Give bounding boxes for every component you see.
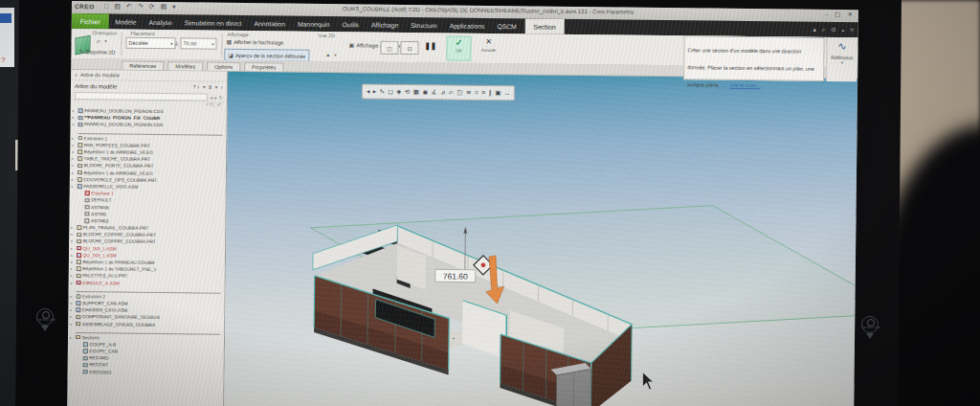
expand-arrow-icon[interactable]: ▸ [72,170,76,175]
tree-tool-icon[interactable]: T⇂ [193,83,200,90]
quick-access-icon[interactable]: ⟳ [149,3,155,11]
warning-dropdown[interactable]: ▲▾ [325,52,336,57]
graphics-tool-icon[interactable]: ◈ [396,85,401,99]
graphics-tool-icon[interactable]: ≡ [481,86,485,100]
placement-type-dropdown[interactable]: Décalée▾ [125,37,175,50]
section-toggle-icon[interactable]: ⊡ [400,41,418,55]
expand-arrow-icon[interactable]: ▸ [71,225,75,230]
graphics-tool-icon[interactable]: ◻ [388,85,393,99]
tree-tool-icon[interactable]: ▾ [203,84,206,91]
quick-access-icon[interactable]: ▾ [172,3,176,11]
quick-access-icon[interactable]: ▨ [114,3,121,11]
expand-arrow-icon[interactable]: ▸ [71,253,75,258]
graphics-tool-icon[interactable]: ▣ [495,86,501,100]
ribbon-tab[interactable]: Applications [443,17,491,34]
ribbon-tab[interactable]: Annotation [248,15,292,32]
expand-arrow-icon[interactable]: ▸ [70,335,74,340]
graphics-tool-icon[interactable]: ⌗ [475,86,479,100]
read-more-link[interactable]: Lire la suite... [729,82,760,88]
expand-arrow-icon[interactable]: ▸ [72,177,76,182]
expand-arrow-icon[interactable]: ▸ [70,322,74,327]
ribbon-tab[interactable]: Outils [336,16,366,32]
graphics-tool-icon[interactable]: ◫ [457,86,462,100]
dashboard-subtab[interactable]: Modèles [167,61,203,70]
expand-arrow-icon[interactable]: ▸ [72,163,76,168]
expand-arrow-icon[interactable]: ▸ [70,307,74,312]
filter-arrow-icon[interactable]: ◂ [211,94,213,100]
quick-access-icon[interactable]: □ [104,2,108,10]
tree-item[interactable]: ▸ XSEC0001 [68,369,224,377]
expand-arrow-icon[interactable]: ▸ [72,136,76,141]
expand-arrow-icon[interactable]: ▸ [71,238,75,243]
expand-arrow-icon[interactable]: ▸ [72,184,76,189]
tabbar-icon[interactable]: ? [850,27,854,34]
quick-access-icon[interactable]: ↷ [138,3,144,11]
section-toggle-icon[interactable]: ◫ [380,41,398,55]
offset-field[interactable]: ⟂ 70.00▾ [174,37,216,49]
tabbar-icon[interactable]: ⊙ [831,26,836,34]
ribbon-tab[interactable]: Modèle [109,13,143,29]
graphics-tool-icon[interactable]: ↔ [504,86,511,100]
3d-viewport[interactable]: ◂▸✎◻◈⟲▦◉∡⊿▱◫≋⌗≡∥▣↔ [224,72,858,406]
expand-arrow-icon[interactable]: ▸ [71,273,75,278]
expand-arrow-icon[interactable]: ▸ [71,246,75,251]
expand-arrow-icon[interactable]: ▸ [73,115,77,120]
graphics-tool-icon[interactable]: ⟲ [405,85,411,99]
quick-access-icon[interactable]: ↶ [126,3,132,11]
ribbon-tab[interactable]: Affichage [365,16,404,32]
tab-section-active[interactable]: Section [524,18,565,34]
graphics-tool-icon[interactable]: ⊿ [440,85,446,99]
dashboard-subtab[interactable]: Propriétés [244,62,283,71]
tree-tool-icon[interactable]: ⌕ [220,84,223,91]
hatch-toggle[interactable]: ▦ Afficher le hachurage [226,38,283,46]
expand-arrow-icon[interactable]: ▸ [73,108,77,113]
expand-arrow-icon[interactable]: ▸ [71,266,75,271]
dashboard-subtab[interactable]: Références [122,61,164,71]
expand-arrow-icon[interactable]: ▸ [72,156,76,161]
ribbon-tab[interactable]: Analyse [143,14,178,30]
expand-arrow-icon[interactable]: ▸ [73,122,77,126]
expand-arrow-icon[interactable]: ▸ [71,259,75,264]
expand-arrow-icon[interactable]: ▸ [71,281,75,285]
pause-button[interactable]: ❚❚ [424,41,436,50]
graphics-tool-icon[interactable]: ◂ [367,85,369,99]
tabbar-icon[interactable]: ▴ [813,26,815,34]
expand-arrow-icon[interactable]: ▸ [72,149,76,154]
window-control-icon[interactable]: – [825,11,829,18]
quick-access-icon[interactable]: ▤ [160,3,167,11]
window-control-icon[interactable]: ▢ [835,11,840,18]
expand-arrow-icon[interactable]: ▸ [70,301,74,305]
graphics-tool-icon[interactable]: ▦ [413,85,419,99]
ok-button[interactable]: ✓ OK [446,35,471,60]
flip-normal-button[interactable]: ▱▾ [96,37,106,44]
filter-arrow-icon[interactable]: ↻ [219,94,223,100]
ribbon-tab[interactable]: QSCM [491,18,523,34]
tabbar-icon[interactable]: ▪ [842,27,844,34]
dashboard-subtab[interactable]: Options [207,62,240,71]
tabbar-icon[interactable]: ⌕ [822,26,826,34]
ribbon-tab[interactable]: Simulation en direct [178,14,248,31]
graphics-tool-icon[interactable]: ◉ [422,85,428,99]
graphics-tool-icon[interactable]: ✎ [379,85,385,99]
sketch-2d-button[interactable]: ✎ Esquisse 2D [78,48,115,55]
ribbon-tab[interactable]: Structure [405,17,444,33]
expand-arrow-icon[interactable]: ▸ [71,232,75,237]
file-tab[interactable]: Fichier [72,13,109,29]
reference-group[interactable]: ∿ Référence ▾ [826,37,858,81]
expand-arrow-icon[interactable]: ▸ [72,143,76,147]
graphics-tool-icon[interactable]: ≋ [466,86,472,100]
3d-viewport-canvas[interactable]: 761.60 [224,72,858,406]
graphics-tool-icon[interactable]: ∥ [488,86,491,100]
tree-tool-icon[interactable]: ▾ [215,84,218,91]
expand-arrow-icon[interactable]: ▸ [70,314,74,319]
tree-search-input[interactable] [75,92,208,102]
tree-tool-icon[interactable]: ≣ [208,84,212,91]
graphics-tool-icon[interactable]: ▱ [449,85,454,99]
graphics-tool-icon[interactable]: ▸ [373,85,376,99]
ribbon-tab[interactable]: Mannequin [291,16,336,33]
graphics-tool-icon[interactable]: ∡ [432,85,437,99]
expand-arrow-icon[interactable]: ▸ [70,294,74,299]
filter-arrow-icon[interactable]: ▸ [214,94,217,100]
window-control-icon[interactable]: ✕ [847,11,853,18]
cancel-button[interactable]: ✕ Annuler [474,36,502,59]
